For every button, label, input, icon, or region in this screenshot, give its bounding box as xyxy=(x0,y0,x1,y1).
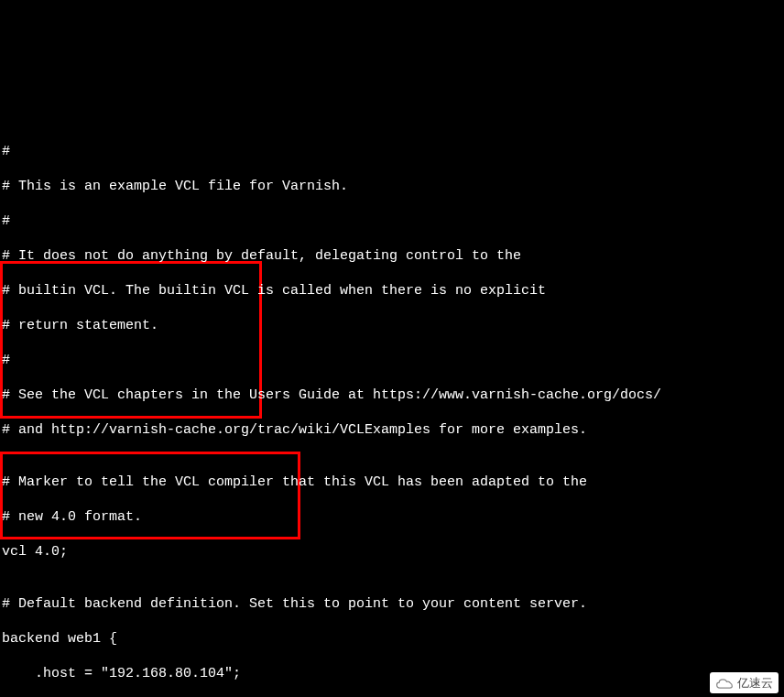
code-line: # xyxy=(2,212,782,230)
code-line: # return statement. xyxy=(2,317,782,334)
code-line: backend web1 { xyxy=(2,630,782,648)
code-line: # This is an example VCL file for Varnis… xyxy=(2,178,782,195)
code-line: vcl 4.0; xyxy=(2,543,782,561)
cloud-icon xyxy=(715,677,734,690)
code-line: # See the VCL chapters in the Users Guid… xyxy=(2,387,782,404)
code-line: .host = "192.168.80.104"; xyxy=(2,665,782,682)
code-line: # builtin VCL. The builtin VCL is called… xyxy=(2,282,782,299)
code-line: # xyxy=(2,352,782,369)
code-line: # and http://varnish-cache.org/trac/wiki… xyxy=(2,421,782,439)
watermark: 亿速云 xyxy=(710,672,779,693)
code-line: # It does not do anything by default, de… xyxy=(2,247,782,265)
code-line: # new 4.0 format. xyxy=(2,508,782,526)
terminal-editor[interactable]: # # This is an example VCL file for Varn… xyxy=(0,122,784,697)
code-line: # xyxy=(2,143,782,160)
watermark-text: 亿速云 xyxy=(737,674,773,692)
code-line: # Default backend definition. Set this t… xyxy=(2,595,782,613)
code-line: # Marker to tell the VCL compiler that t… xyxy=(2,474,782,491)
